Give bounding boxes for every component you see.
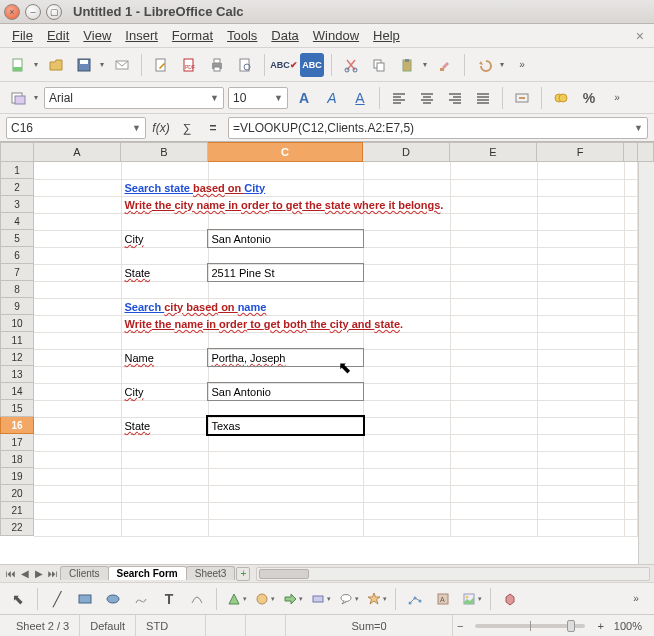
formula-input[interactable]: =VLOOKUP(C12,Clients.A2:E7,5)▼ — [228, 117, 648, 139]
cell-F10[interactable] — [537, 315, 624, 332]
status-mode[interactable]: STD — [136, 615, 206, 636]
menu-insert[interactable]: Insert — [119, 26, 164, 45]
zoom-in-icon[interactable]: + — [593, 620, 607, 632]
toolbar-overflow-icon[interactable]: » — [510, 53, 534, 77]
cell-C11[interactable] — [208, 332, 363, 349]
cell-A6[interactable] — [34, 247, 121, 264]
cell-F7[interactable] — [537, 264, 624, 281]
tab-first-icon[interactable]: ⏮ — [4, 568, 18, 579]
cell-B1[interactable] — [121, 162, 208, 179]
cell-B10[interactable]: Write the name in order to get both the … — [121, 315, 208, 332]
print-preview-icon[interactable] — [233, 53, 257, 77]
cell-F19[interactable] — [537, 468, 624, 485]
equals-icon[interactable]: = — [202, 117, 224, 139]
cell-D15[interactable] — [363, 400, 450, 417]
tab-prev-icon[interactable]: ◀ — [18, 568, 32, 579]
cell-F4[interactable] — [537, 213, 624, 230]
cell-C18[interactable] — [208, 451, 363, 468]
row-header-12[interactable]: 12 — [0, 349, 34, 366]
cell-D6[interactable] — [363, 247, 450, 264]
merge-cells-icon[interactable] — [510, 86, 534, 110]
function-wizard-icon[interactable]: f(x) — [150, 117, 172, 139]
cell-E14[interactable] — [450, 383, 537, 400]
flowchart-icon[interactable] — [308, 587, 332, 611]
cell-B4[interactable] — [121, 213, 208, 230]
zoom-value[interactable]: 100% — [608, 620, 648, 632]
cell-B5[interactable]: City — [121, 230, 208, 247]
row-header-20[interactable]: 20 — [0, 485, 34, 502]
cell-A17[interactable] — [34, 434, 121, 451]
col-header-F[interactable]: F — [537, 142, 624, 162]
cell-E1[interactable] — [450, 162, 537, 179]
cell-D4[interactable] — [363, 213, 450, 230]
cell-C5[interactable]: San Antonio — [208, 230, 363, 247]
cell-E13[interactable] — [450, 366, 537, 383]
italic-button[interactable]: A — [320, 86, 344, 110]
cell-E9[interactable] — [450, 298, 537, 315]
window-close-button[interactable]: × — [4, 4, 20, 20]
cell-B8[interactable] — [121, 281, 208, 298]
toolbar-overflow-icon[interactable]: » — [605, 86, 629, 110]
row-header-2[interactable]: 2 — [0, 179, 34, 196]
cell-F17[interactable] — [537, 434, 624, 451]
cell-E7[interactable] — [450, 264, 537, 281]
row-header-15[interactable]: 15 — [0, 400, 34, 417]
cell-D14[interactable] — [363, 383, 450, 400]
cell-A9[interactable] — [34, 298, 121, 315]
cell-C21[interactable] — [208, 502, 363, 519]
cell-A1[interactable] — [34, 162, 121, 179]
row-header-5[interactable]: 5 — [0, 230, 34, 247]
row-header-9[interactable]: 9 — [0, 298, 34, 315]
horizontal-scrollbar[interactable] — [256, 567, 650, 581]
cell-C1[interactable] — [208, 162, 363, 179]
cell-E21[interactable] — [450, 502, 537, 519]
spellcheck-icon[interactable]: ABC✔ — [272, 53, 296, 77]
freeform-icon[interactable] — [129, 587, 153, 611]
cell-D18[interactable] — [363, 451, 450, 468]
menu-window[interactable]: Window — [307, 26, 365, 45]
cell-F21[interactable] — [537, 502, 624, 519]
cell-B21[interactable] — [121, 502, 208, 519]
stars-icon[interactable] — [364, 587, 388, 611]
cell-B20[interactable] — [121, 485, 208, 502]
font-family-combo[interactable]: Arial▼ — [44, 87, 224, 109]
cell-B12[interactable]: Name — [121, 349, 208, 366]
cell-F1[interactable] — [537, 162, 624, 179]
symbol-shapes-icon[interactable] — [252, 587, 276, 611]
cell-F5[interactable] — [537, 230, 624, 247]
cell-B2[interactable]: Search state based on City — [121, 179, 208, 196]
select-arrow-icon[interactable]: ⬉ — [6, 587, 30, 611]
menu-tools[interactable]: Tools — [221, 26, 263, 45]
cell-B13[interactable] — [121, 366, 208, 383]
cell-C15[interactable] — [208, 400, 363, 417]
cell-B11[interactable] — [121, 332, 208, 349]
bold-button[interactable]: A — [292, 86, 316, 110]
cell-E22[interactable] — [450, 519, 537, 536]
font-size-combo[interactable]: 10▼ — [228, 87, 288, 109]
autospell-icon[interactable]: ABC — [300, 53, 324, 77]
row-header-16[interactable]: 16 — [0, 417, 34, 434]
undo-icon[interactable] — [472, 53, 496, 77]
cell-F16[interactable] — [537, 417, 624, 434]
tab-last-icon[interactable]: ⏭ — [46, 568, 60, 579]
cell-A4[interactable] — [34, 213, 121, 230]
row-header-18[interactable]: 18 — [0, 451, 34, 468]
col-header-D[interactable]: D — [363, 142, 450, 162]
menu-edit[interactable]: Edit — [41, 26, 75, 45]
status-insert[interactable] — [206, 615, 246, 636]
zoom-out-icon[interactable]: − — [453, 620, 467, 632]
sheet-tab-sheet3[interactable]: Sheet3 — [186, 566, 236, 580]
cell-F8[interactable] — [537, 281, 624, 298]
status-style[interactable]: Default — [80, 615, 136, 636]
cell-A7[interactable] — [34, 264, 121, 281]
tab-next-icon[interactable]: ▶ — [32, 568, 46, 579]
copy-icon[interactable] — [367, 53, 391, 77]
cell-F18[interactable] — [537, 451, 624, 468]
cell-D16[interactable] — [363, 417, 450, 434]
underline-button[interactable]: A — [348, 86, 372, 110]
textbox-icon[interactable]: T — [157, 587, 181, 611]
vertical-scrollbar[interactable] — [638, 162, 654, 564]
cell-F9[interactable] — [537, 298, 624, 315]
align-left-icon[interactable] — [387, 86, 411, 110]
row-header-1[interactable]: 1 — [0, 162, 34, 179]
